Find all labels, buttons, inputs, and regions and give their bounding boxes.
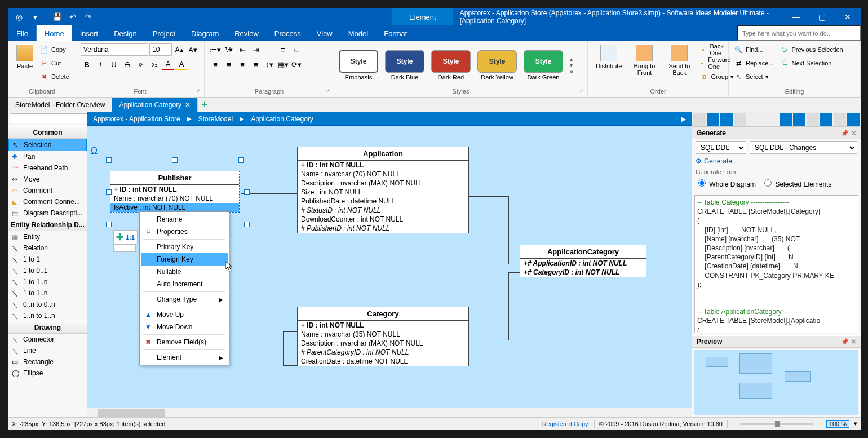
toolbox-search-input[interactable]: [10, 113, 87, 123]
ctx-rename[interactable]: Rename: [141, 213, 228, 225]
ctx-auto-increment[interactable]: Auto Increment: [141, 278, 228, 290]
send-back-button[interactable]: Send to Back: [663, 43, 695, 77]
relation-chip[interactable]: ✚1:1: [113, 230, 138, 244]
tab-view[interactable]: View: [309, 25, 340, 41]
tool-relation[interactable]: ＼Relation: [8, 242, 87, 254]
increase-font-button[interactable]: A▴: [173, 43, 185, 56]
minimize-button[interactable]: —: [783, 8, 809, 25]
styles-scroll-up[interactable]: ▴: [570, 56, 573, 62]
generate-mode-combo[interactable]: SQL DDL - Changes: [750, 141, 857, 154]
side-btn-10[interactable]: [847, 113, 860, 126]
style-dark-blue[interactable]: Style: [385, 50, 424, 73]
entity-row[interactable]: Name : nvarchar (70) NOT NULL: [110, 194, 239, 203]
side-btn-9[interactable]: [834, 113, 846, 126]
font-expand-icon[interactable]: ⤢: [195, 88, 202, 95]
tab-project[interactable]: Project: [145, 25, 183, 41]
side-btn-2[interactable]: [707, 113, 719, 126]
zoom-slider[interactable]: [740, 423, 813, 425]
align-right-button[interactable]: ≡: [236, 58, 249, 70]
preview-thumbnail[interactable]: [694, 350, 858, 415]
tab-review[interactable]: Review: [227, 25, 267, 41]
entity-row[interactable]: # ParentCategoryID : int NOT NULL: [298, 348, 468, 357]
context-tab[interactable]: Element: [392, 8, 453, 25]
tool-move[interactable]: ⇔Move: [8, 174, 87, 185]
sql-output[interactable]: -- Table Category ----------------- CREA…: [694, 195, 858, 333]
zoom-value[interactable]: 100 %: [826, 420, 849, 428]
entity-row[interactable]: +# CategoryID : int NOT NULL: [520, 268, 646, 277]
tool-comment[interactable]: ▭Comment: [8, 185, 87, 196]
undo-icon[interactable]: ↶: [67, 11, 79, 23]
entity-row[interactable]: # PublisherID : int NOT NULL: [298, 224, 468, 233]
side-btn-3[interactable]: [720, 113, 733, 126]
tab-home[interactable]: Home: [37, 25, 72, 41]
style-dark-green[interactable]: Style: [524, 50, 563, 73]
tool-selection[interactable]: ↖Selection: [8, 139, 87, 151]
doctab-application-category[interactable]: Application Category✕: [112, 98, 198, 112]
entity-row[interactable]: Size : int NOT NULL: [298, 188, 468, 197]
decrease-font-button[interactable]: A▾: [187, 43, 199, 56]
tab-process[interactable]: Process: [267, 25, 309, 41]
side-btn-8[interactable]: [820, 113, 832, 126]
ctx-properties[interactable]: ⌗Properties: [141, 225, 228, 238]
qat-dropdown-icon[interactable]: ▾: [29, 11, 41, 23]
align-justify-button[interactable]: ≡: [250, 58, 262, 70]
preview-close-icon[interactable]: ✕: [851, 338, 856, 346]
borders-button[interactable]: ▦▾: [277, 58, 289, 70]
subscript-button[interactable]: x₂: [148, 58, 161, 70]
tool-comment-connector[interactable]: ◣Comment Conne...: [8, 196, 87, 207]
ctx-foreign-key[interactable]: Foreign Key: [141, 253, 228, 266]
entity-row[interactable]: + ID : int NOT NULL: [110, 185, 239, 194]
zoom-dropdown-icon[interactable]: ▾: [854, 420, 857, 427]
ribbon-search-input[interactable]: [737, 25, 861, 41]
ctx-primary-key[interactable]: Primary Key: [141, 241, 228, 253]
ctx-nullable[interactable]: Nullable: [141, 266, 228, 278]
select-button[interactable]: ↖Select ▾: [733, 70, 774, 83]
redo-icon[interactable]: ↷: [82, 11, 95, 23]
outdent-button[interactable]: ⇤: [236, 43, 249, 56]
breadcrumb-model[interactable]: StoreModel: [198, 115, 233, 123]
tool-connector[interactable]: ＼Connector: [8, 334, 87, 345]
entity-row[interactable]: PublishedDate : datetime NULL: [298, 197, 468, 206]
breadcrumb-leaf[interactable]: Application Category: [251, 115, 313, 123]
superscript-button[interactable]: x²: [135, 58, 147, 70]
side-btn-1[interactable]: [693, 113, 706, 126]
tool-1to01[interactable]: ＼1 to 0..1: [8, 265, 87, 276]
pane-pin-icon[interactable]: 📌: [841, 130, 849, 137]
italic-button[interactable]: I: [94, 58, 107, 70]
entity-application[interactable]: Application + ID : int NOT NULL Name : n…: [297, 147, 469, 233]
close-tab-icon[interactable]: ✕: [185, 101, 191, 109]
side-btn-7[interactable]: [807, 113, 819, 126]
styles-scroll-down[interactable]: ▾: [570, 62, 573, 68]
h-scrollbar[interactable]: [87, 408, 692, 417]
prev-selection-button[interactable]: ⮌Previous Selection: [780, 43, 843, 56]
tool-line[interactable]: ＼Line: [8, 345, 87, 356]
cut-button[interactable]: ✂Cut: [39, 57, 69, 69]
find-button[interactable]: 🔍Find...: [733, 43, 774, 56]
entity-publisher[interactable]: Publisher + ID : int NOT NULL Name : nva…: [110, 171, 240, 213]
styles-expand-icon[interactable]: ⤢: [578, 88, 585, 95]
highlight-button[interactable]: A: [175, 58, 188, 70]
align-left-button[interactable]: ≡: [209, 58, 222, 70]
doctab-store-model[interactable]: StoreModel - Folder Overview: [8, 98, 112, 112]
tab-insert[interactable]: Insert: [72, 25, 107, 41]
tool-1to1[interactable]: ＼1 to 1: [8, 254, 87, 265]
entity-row[interactable]: Description : nvarchar (MAX) NOT NULL: [298, 339, 468, 348]
breadcrumb-root[interactable]: Appstorex - Application Store: [93, 115, 180, 123]
tool-1to1n-b[interactable]: ＼1 to 1..n: [8, 287, 87, 299]
distribute-button[interactable]: Distribute: [592, 43, 625, 70]
paste-button[interactable]: Paste: [13, 43, 37, 70]
entity-row[interactable]: CreationDate : datetime NOT NULL: [298, 357, 468, 366]
tab-design[interactable]: Design: [106, 25, 144, 41]
delete-button[interactable]: ✖Delete: [39, 70, 69, 83]
tool-diagram-desc[interactable]: ▤Diagram Descripti...: [8, 207, 87, 219]
entity-row[interactable]: Name : nvarchar (35) NOT NULL: [298, 330, 468, 339]
save-icon[interactable]: 💾: [51, 11, 63, 23]
tool-freehand[interactable]: 〰Freehand Path: [8, 162, 87, 174]
style-emphasis[interactable]: Style: [339, 50, 378, 73]
tool-entity[interactable]: ▦Entity: [8, 231, 87, 242]
tool-1to1n-a[interactable]: ＼1 to 1..n: [8, 276, 87, 287]
text-direction-button[interactable]: ⟳▾: [290, 58, 303, 70]
ctx-change-type[interactable]: Change Type▶: [141, 293, 228, 306]
tab-model[interactable]: Model: [340, 25, 376, 41]
font-family-combo[interactable]: [81, 43, 148, 56]
